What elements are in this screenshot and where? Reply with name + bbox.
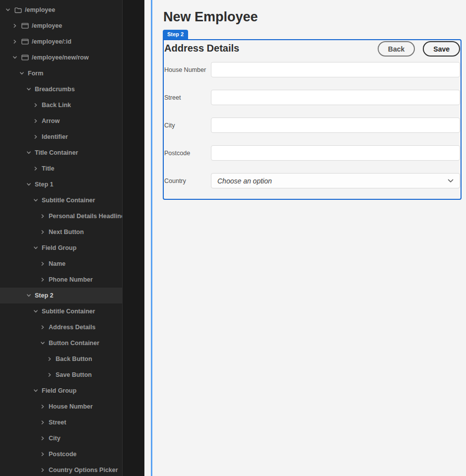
tree-item-step-1[interactable]: Step 1	[0, 177, 122, 192]
tree-item-title[interactable]: Title	[0, 161, 122, 177]
chevron-down-icon[interactable]	[32, 245, 40, 250]
chevron-down-icon[interactable]	[18, 71, 26, 76]
tree-item-postcode[interactable]: Postcode	[0, 446, 122, 462]
preview-pane: New Employee Step 2 Address Details Back…	[152, 0, 466, 476]
city-input[interactable]	[211, 118, 460, 133]
folder-icon	[13, 7, 23, 13]
postcode-input[interactable]	[211, 145, 460, 161]
tree-item-label: Next Button	[49, 229, 84, 236]
tree-item-label: Title Container	[35, 149, 78, 156]
tree-item-identifier[interactable]: Identifier	[0, 129, 122, 145]
button-container: Back Save	[378, 41, 460, 57]
chevron-right-icon[interactable]	[39, 420, 47, 425]
select-placeholder: Choose an option	[217, 177, 272, 185]
tree-item-field-group[interactable]: Field Group	[0, 240, 122, 256]
tree-item-form[interactable]: Form	[0, 65, 122, 81]
tree-item-label: /employee	[32, 22, 62, 29]
tree-item-employee-id[interactable]: /employee/:id	[0, 34, 122, 50]
chevron-right-icon[interactable]	[32, 134, 40, 139]
field-label: Country	[164, 178, 211, 184]
chevron-right-icon[interactable]	[39, 436, 47, 441]
country-select[interactable]: Choose an option	[211, 173, 460, 188]
tree-item-employee[interactable]: /employee	[0, 18, 122, 34]
tree-item-subtitle-container[interactable]: Subtitle Container	[0, 303, 122, 319]
chevron-down-icon[interactable]	[32, 198, 40, 203]
tree-item-phone-number[interactable]: Phone Number	[0, 272, 122, 288]
tree-item-label: Subtitle Container	[42, 308, 95, 315]
tree-item-label: Title	[42, 165, 54, 172]
chevron-right-icon[interactable]	[11, 39, 19, 44]
chevron-down-icon[interactable]	[25, 87, 33, 92]
chevron-down-icon[interactable]	[32, 309, 40, 314]
chevron-down-icon[interactable]	[25, 293, 33, 298]
chevron-right-icon[interactable]	[39, 277, 47, 282]
chevron-right-icon[interactable]	[11, 23, 19, 28]
chevron-right-icon[interactable]	[39, 452, 47, 457]
form-field-postcode: Postcode	[164, 145, 460, 161]
chevron-down-icon[interactable]	[32, 388, 40, 393]
step-badge: Step 2	[163, 30, 188, 39]
tree-item-label: Name	[49, 260, 66, 267]
field-group: House NumberStreetCityPostcodeCountryCho…	[164, 62, 460, 188]
tree-item-label: City	[49, 435, 61, 442]
page-title: New Employee	[163, 9, 466, 25]
field-label: Postcode	[164, 150, 211, 157]
tree-item-title-container[interactable]: Title Container	[0, 145, 122, 161]
chevron-right-icon[interactable]	[32, 103, 40, 108]
back-button[interactable]: Back	[378, 41, 415, 57]
tree-item-breadcrumbs[interactable]: Breadcrumbs	[0, 81, 122, 97]
chevron-down-icon[interactable]	[4, 7, 12, 12]
save-button[interactable]: Save	[423, 41, 460, 57]
chevron-down-icon[interactable]	[25, 182, 33, 187]
tree-item-arrow[interactable]: Arrow	[0, 113, 122, 129]
street-input[interactable]	[211, 90, 460, 105]
chevron-right-icon[interactable]	[39, 214, 47, 219]
step-2-container: Address Details Back Save House NumberSt…	[163, 39, 462, 200]
chevron-right-icon[interactable]	[39, 468, 47, 473]
tree-item-label: Form	[28, 70, 43, 77]
chevron-down-icon	[448, 179, 454, 183]
tree-item-street[interactable]: Street	[0, 415, 122, 430]
app-window: /employee/employee/employee/:id/employee…	[0, 0, 466, 476]
tree-item-city[interactable]: City	[0, 430, 122, 446]
screen-icon	[20, 39, 30, 45]
tree-item-label: Country Options Picker	[49, 467, 118, 474]
house-number-input[interactable]	[211, 62, 460, 77]
tree-item-label: /employee	[25, 6, 55, 13]
tree-item-name[interactable]: Name	[0, 256, 122, 272]
chevron-down-icon[interactable]	[39, 341, 47, 346]
tree-item-label: Back Link	[42, 102, 71, 109]
tree-item-label: Step 2	[35, 292, 54, 299]
chevron-right-icon[interactable]	[39, 261, 47, 266]
tree-item-country-options-picker[interactable]: Country Options Picker	[0, 462, 122, 476]
chevron-down-icon[interactable]	[25, 150, 33, 155]
chevron-right-icon[interactable]	[46, 372, 54, 377]
tree-item-label: Phone Number	[49, 276, 93, 283]
tree-item-save-button[interactable]: Save Button	[0, 367, 122, 383]
chevron-down-icon[interactable]	[11, 55, 19, 60]
tree-item-step-2[interactable]: Step 2	[0, 288, 122, 303]
tree-item-employee[interactable]: /employee	[0, 2, 122, 18]
chevron-right-icon[interactable]	[32, 166, 40, 171]
chevron-right-icon[interactable]	[39, 325, 47, 330]
tree-item-button-container[interactable]: Button Container	[0, 335, 122, 351]
tree-item-employee-new-row[interactable]: /employee/new/row	[0, 50, 122, 65]
tree-item-label: House Number	[49, 403, 93, 410]
tree-item-back-button[interactable]: Back Button	[0, 351, 122, 367]
tree-item-label: Back Button	[56, 356, 92, 362]
chevron-right-icon[interactable]	[46, 357, 54, 361]
tree-item-next-button[interactable]: Next Button	[0, 224, 122, 240]
tree-item-house-number[interactable]: House Number	[0, 399, 122, 415]
section-title: Address Details	[164, 41, 239, 55]
chevron-right-icon[interactable]	[32, 119, 40, 123]
sidebar-gutter	[123, 0, 144, 476]
field-label: Street	[164, 94, 211, 101]
tree-item-back-link[interactable]: Back Link	[0, 97, 122, 113]
chevron-right-icon[interactable]	[39, 230, 47, 235]
tree-item-subtitle-container[interactable]: Subtitle Container	[0, 192, 122, 208]
tree-item-field-group[interactable]: Field Group	[0, 383, 122, 399]
tree-item-address-details[interactable]: Address Details	[0, 319, 122, 335]
component-tree[interactable]: /employee/employee/employee/:id/employee…	[0, 0, 123, 476]
chevron-right-icon[interactable]	[39, 404, 47, 409]
tree-item-personal-details-headline[interactable]: Personal Details Headline	[0, 208, 122, 224]
